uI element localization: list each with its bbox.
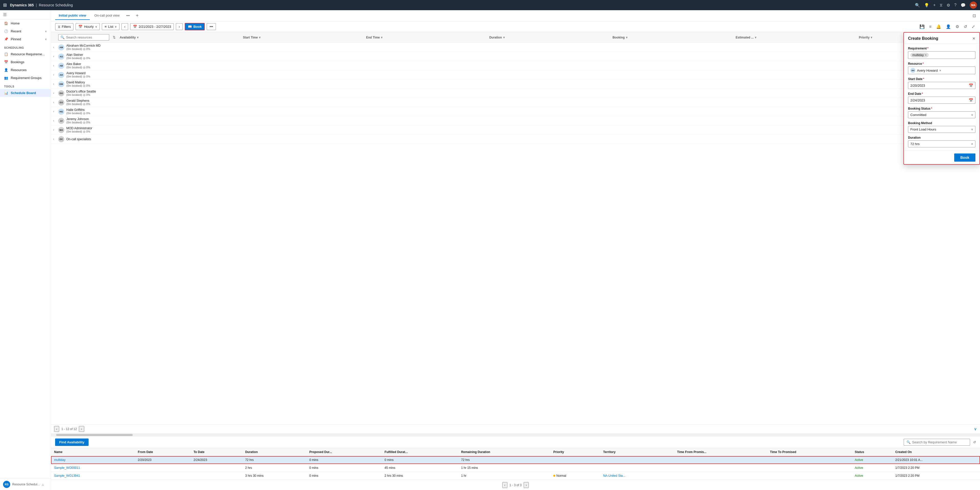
booking-col-header[interactable]: Booking ∨	[611, 36, 732, 39]
user-avatar[interactable]: MA	[970, 2, 977, 9]
tab-initial-public[interactable]: Initial public view	[55, 11, 90, 20]
req-name-link[interactable]: Sample_WO13941	[54, 474, 80, 477]
search-req-box[interactable]: 🔍	[904, 439, 970, 446]
requirement-tag-remove[interactable]: ×	[925, 53, 927, 57]
horizontal-scrollbar[interactable]	[51, 433, 980, 436]
hourly-view-button[interactable]: 📅 Hourly ∨	[76, 23, 100, 30]
list-view-button[interactable]: ≡ List ∨	[102, 23, 119, 30]
board-settings-icon[interactable]: ⚙	[955, 23, 960, 30]
table-row[interactable]: Sample_WO139413 hrs 30 mins0 mins2 hrs 3…	[51, 472, 980, 480]
close-icon[interactable]: ✕	[972, 36, 975, 41]
col-header-duration[interactable]: Duration	[242, 448, 306, 456]
plus-icon[interactable]: +	[933, 3, 935, 7]
prev-date-button[interactable]: ‹	[121, 23, 128, 30]
pagination-next-button[interactable]: ›	[79, 426, 84, 432]
start-date-input[interactable]: 2/20/2023 📅	[908, 82, 975, 89]
estimated-col-header[interactable]: Estimated ... ∨	[734, 36, 855, 39]
find-availability-button[interactable]: Find Availability	[55, 439, 89, 446]
date-range-button[interactable]: 📅 2/21/2023 - 2/27/2023	[130, 23, 174, 30]
tab-add-icon[interactable]: +	[134, 12, 141, 19]
col-header-time-from-promis...[interactable]: Time From Promis...	[674, 448, 767, 456]
resource-expand-icon[interactable]: ›	[53, 138, 56, 141]
duration-col-header[interactable]: Duration ∨	[487, 36, 608, 39]
sidebar-item-bookings[interactable]: 📅 Bookings	[0, 58, 51, 66]
duration-select[interactable]: 72 hrs ∧	[908, 141, 975, 147]
sidebar-item-resources[interactable]: 👤 Resources	[0, 66, 51, 74]
help-icon[interactable]: ?	[954, 3, 956, 7]
col-header-name[interactable]: Name	[51, 448, 135, 456]
booking-method-select[interactable]: Front Load Hours ∨	[908, 126, 975, 133]
sidebar-item-schedule-board[interactable]: 📊 Schedule Board	[0, 89, 51, 97]
book-button[interactable]: 📖 Book	[185, 23, 205, 30]
resource-expand-icon[interactable]: ›	[53, 101, 56, 104]
person-settings-icon[interactable]: 👤	[945, 23, 952, 30]
col-header-created-on[interactable]: Created On	[892, 448, 980, 456]
search-requirement-input[interactable]	[912, 440, 967, 444]
col-header-from-date[interactable]: From Date	[135, 448, 190, 456]
resource-expand-icon[interactable]: ›	[53, 128, 56, 131]
chat-icon[interactable]: 💬	[961, 3, 966, 8]
expand-icon[interactable]: ⤢	[970, 23, 976, 30]
col-header-time-to-promised[interactable]: Time To Promised	[767, 448, 852, 456]
requirement-tag-input[interactable]: multiday ×	[908, 51, 975, 59]
sidebar-item-pinned[interactable]: 📌 Pinned ∨	[0, 35, 51, 43]
resource-expand-icon[interactable]: ›	[53, 46, 56, 49]
settings-icon[interactable]: ⚙	[947, 3, 950, 8]
hamburger-icon[interactable]: ☰	[3, 12, 6, 17]
save-view-icon[interactable]: 💾	[918, 23, 926, 30]
start-time-col-header[interactable]: Start Time ∨	[241, 36, 362, 39]
resource-expand-icon[interactable]: ›	[53, 64, 56, 67]
territory-link[interactable]: NA-United Sta...	[603, 474, 625, 477]
search-icon[interactable]: 🔍	[915, 3, 920, 8]
resource-tag-remove[interactable]: ×	[939, 68, 941, 72]
calendar-icon[interactable]: 📅	[969, 83, 973, 87]
sidebar-item-home[interactable]: 🏠 Home	[0, 19, 51, 27]
table-row[interactable]: multiday2/20/20232/24/202372 hrs0 mins0 …	[51, 456, 980, 464]
sort-icon[interactable]: ⇅	[113, 35, 116, 39]
booking-status-select[interactable]: Committed ∨	[908, 111, 975, 118]
notification-icon[interactable]: 🔔	[935, 23, 942, 30]
view-list-icon[interactable]: ≡	[928, 24, 932, 30]
tab-more-icon[interactable]: •••	[124, 13, 132, 19]
table-row[interactable]: Sample_WO000112 hrs0 mins45 mins1 hr 15 …	[51, 464, 980, 472]
tab-popout-icon[interactable]: ⊡	[973, 13, 976, 18]
col-header-priority[interactable]: Priority	[550, 448, 600, 456]
next-date-button[interactable]: ›	[176, 23, 183, 30]
resource-expand-icon[interactable]: ›	[53, 119, 56, 122]
filters-button[interactable]: ⧖ Filters	[55, 23, 73, 30]
book-confirm-button[interactable]: Book	[954, 154, 975, 162]
filter-icon[interactable]: ⧖	[940, 3, 942, 7]
lightbulb-icon[interactable]: 💡	[924, 3, 929, 8]
col-header-territory[interactable]: Territory	[600, 448, 674, 456]
col-header-fulfilled-durat...[interactable]: Fulfilled Durat...	[382, 448, 458, 456]
availability-col-header[interactable]: Availability ∨	[118, 36, 239, 39]
more-options-button[interactable]: •••	[207, 23, 216, 30]
refresh-icon[interactable]: ↺	[973, 440, 976, 444]
tab-on-call-pool[interactable]: On-call pool view	[91, 11, 123, 20]
resource-tag-input[interactable]: AH Avery Howard ×	[908, 67, 975, 74]
resource-expand-icon[interactable]: ›	[53, 55, 56, 58]
sidebar-item-req-groups[interactable]: 👥 Requirement Groups	[0, 74, 51, 82]
sidebar-user-area[interactable]: RS Resource Schedul... △	[0, 479, 51, 490]
req-name-link[interactable]: Sample_WO00011	[54, 466, 80, 469]
resource-expand-icon[interactable]: ›	[53, 110, 56, 113]
col-header-remaining-duration[interactable]: Remaining Duration	[458, 448, 550, 456]
refresh-icon[interactable]: ↺	[963, 23, 968, 30]
col-header-proposed-dur...[interactable]: Proposed Dur...	[306, 448, 382, 456]
resource-expand-icon[interactable]: ›	[53, 92, 56, 95]
end-date-input[interactable]: 2/24/2023 📅	[908, 97, 975, 104]
resource-search-box[interactable]: 🔍	[58, 34, 109, 41]
pagination-expand-icon[interactable]: ∨	[974, 427, 977, 431]
bottom-pagination-prev-button[interactable]: ‹	[502, 482, 508, 488]
end-time-col-header[interactable]: End Time ∨	[364, 36, 485, 39]
search-resources-input[interactable]	[66, 35, 107, 39]
sidebar-item-recent[interactable]: 🕐 Recent ∨	[0, 27, 51, 35]
col-header-to-date[interactable]: To Date	[190, 448, 242, 456]
resource-expand-icon[interactable]: ›	[53, 82, 56, 86]
resource-expand-icon[interactable]: ›	[53, 73, 56, 76]
req-name-link[interactable]: multiday	[54, 458, 65, 462]
sidebar-item-resource-req[interactable]: 📋 Resource Requireme...	[0, 50, 51, 58]
pagination-prev-button[interactable]: ‹	[54, 426, 59, 432]
col-header-status[interactable]: Status	[852, 448, 892, 456]
calendar-icon[interactable]: 📅	[969, 98, 973, 102]
